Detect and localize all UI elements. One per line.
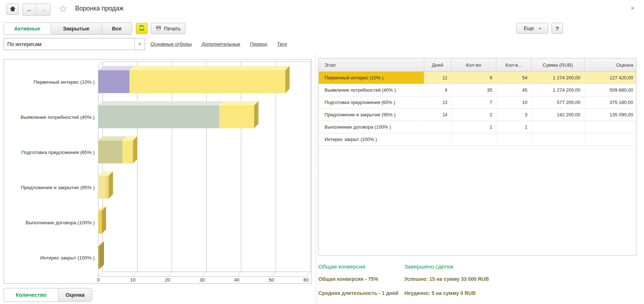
table-cell[interactable]: 12 xyxy=(424,72,451,84)
bar-segment[interactable] xyxy=(129,70,285,93)
bar-side-face[interactable] xyxy=(102,207,106,234)
bar-top-face[interactable] xyxy=(98,101,224,105)
bar-side-face[interactable] xyxy=(254,101,259,128)
table-cell[interactable] xyxy=(584,121,636,133)
filter-link-2[interactable]: Период xyxy=(250,41,267,47)
table-header-row[interactable]: ЭтапДнейКол-воКол-в...Сумма (RUB)Оценка xyxy=(319,58,636,72)
filter-link-1[interactable]: Дополнительные xyxy=(202,41,240,47)
table-cell[interactable]: 127 420,00 xyxy=(584,72,636,84)
table-cell[interactable] xyxy=(496,133,531,146)
table-cell[interactable]: 13 xyxy=(424,96,451,109)
conversion-title: Общая конверсия xyxy=(318,263,365,270)
home-button[interactable] xyxy=(7,4,19,15)
close-icon[interactable]: × xyxy=(631,4,635,12)
tab-active[interactable]: Активные xyxy=(4,23,51,34)
table-cell[interactable] xyxy=(451,133,496,146)
table-row[interactable]: Первичный интерес (10% )129541 274 200,0… xyxy=(319,72,636,84)
x-tick-label: 50 xyxy=(269,277,274,283)
table-cell[interactable]: 9 xyxy=(451,72,496,84)
table-cell[interactable]: 142 200,00 xyxy=(531,109,584,121)
bar-side-face[interactable] xyxy=(285,66,290,93)
table-cell[interactable]: Интерес закрыт (100% ) xyxy=(319,133,424,146)
forward-button[interactable]: → xyxy=(37,4,50,15)
table-cell[interactable]: 375 180,00 xyxy=(584,96,636,109)
table-row[interactable]: Предложение и закрытие (95% )1423142 200… xyxy=(319,109,636,121)
table-cell[interactable]: 14 xyxy=(424,109,451,121)
bar-segment[interactable] xyxy=(98,246,100,269)
table-cell[interactable]: 1 xyxy=(496,121,531,133)
table-cell[interactable] xyxy=(584,133,636,146)
bar-segment[interactable] xyxy=(98,70,129,93)
bar-top-face[interactable] xyxy=(98,136,127,141)
deals-failed: Неудачно: 5 на сумму 0 RUB xyxy=(404,290,476,296)
bar-segment[interactable] xyxy=(123,141,133,163)
table-cell[interactable]: 1 xyxy=(451,121,496,133)
table-cell[interactable]: Предложение и закрытие (95% ) xyxy=(319,109,424,121)
table-cell[interactable]: Выявление потребностей (40% ) xyxy=(319,84,424,96)
tab-estimate[interactable]: Оценка xyxy=(58,288,92,301)
bar-segment[interactable] xyxy=(219,105,254,128)
table-cell[interactable] xyxy=(531,133,584,146)
category-label: Первичный интерес (10% ) xyxy=(33,79,95,85)
table-cell[interactable]: Подготовка предложения (65% ) xyxy=(319,96,424,109)
print-button[interactable]: Печать xyxy=(151,23,185,34)
table-cell[interactable]: 1 274 200,00 xyxy=(531,72,584,84)
table-cell[interactable]: 577 200,00 xyxy=(531,96,584,109)
help-button[interactable]: ? xyxy=(552,23,563,34)
bar-segment[interactable] xyxy=(98,105,219,128)
table-cell[interactable]: 45 xyxy=(496,84,531,96)
conversion-total: Общая конверсия - 75% xyxy=(318,276,378,282)
bar-segment[interactable] xyxy=(98,211,102,234)
bar-side-face[interactable] xyxy=(133,136,137,163)
column-header-5[interactable]: Оценка xyxy=(584,58,636,72)
bar-segment[interactable] xyxy=(98,176,105,199)
bar-side-face[interactable] xyxy=(100,242,104,269)
filter-link-0[interactable]: Основные отборы xyxy=(150,41,192,47)
table-row[interactable]: Выполнение договора (100% )11 xyxy=(319,121,636,133)
column-header-1[interactable]: Дней xyxy=(424,58,451,72)
table-cell[interactable]: 1 274 200,00 xyxy=(531,84,584,96)
table-cell[interactable]: Выполнение договора (100% ) xyxy=(319,121,424,133)
tab-quantity[interactable]: Количество xyxy=(4,288,58,301)
bar-top-face[interactable] xyxy=(219,101,259,105)
table-cell[interactable]: 2 xyxy=(451,109,496,121)
more-button[interactable]: Еще ▾ xyxy=(516,23,548,34)
table-cell[interactable]: 7 xyxy=(451,96,496,109)
table-cell[interactable]: 35 xyxy=(451,84,496,96)
column-header-4[interactable]: Сумма (RUB) xyxy=(531,58,584,72)
bar-segment[interactable] xyxy=(98,141,123,163)
table-cell[interactable]: 54 xyxy=(496,72,531,84)
tab-closed[interactable]: Закрытые xyxy=(51,23,102,34)
table-cell[interactable]: 3 xyxy=(496,109,531,121)
table-cell[interactable]: 10 xyxy=(496,96,531,109)
table-cell[interactable]: 135 090,00 xyxy=(584,109,636,121)
bar-top-face[interactable] xyxy=(129,66,290,70)
funnel-chart[interactable]: 0102030405060Первичный интерес (10% )Выя… xyxy=(4,59,311,283)
column-header-0[interactable]: Этап xyxy=(319,58,424,72)
bar-segment[interactable] xyxy=(105,176,109,199)
back-arrow-icon: ← xyxy=(26,6,33,13)
table-row[interactable]: Интерес закрыт (100% ) xyxy=(319,133,636,146)
back-button[interactable]: ← xyxy=(23,4,37,15)
favorite-star-icon[interactable]: ☆ xyxy=(59,3,67,14)
table-cell[interactable] xyxy=(424,133,451,146)
combo-dropdown-button[interactable]: ▾ xyxy=(135,38,145,50)
column-header-2[interactable]: Кол-во xyxy=(451,58,496,72)
filter-links: Основные отборыДополнительныеПериодТеги xyxy=(150,38,287,50)
table-cell[interactable]: 509 680,00 xyxy=(584,84,636,96)
refresh-button[interactable] xyxy=(136,23,148,34)
table-row[interactable]: Подготовка предложения (65% )13710577 20… xyxy=(319,96,636,109)
tab-all[interactable]: Все xyxy=(102,23,132,34)
filter-link-3[interactable]: Теги xyxy=(277,41,287,47)
table-cell[interactable]: Первичный интерес (10% ) xyxy=(319,72,424,84)
table-cell[interactable] xyxy=(424,121,451,133)
table-cell[interactable]: 9 xyxy=(424,84,451,96)
table-row[interactable]: Выявление потребностей (40% )935451 274 … xyxy=(319,84,636,96)
funnel-kind-select[interactable]: По интересам ▾ xyxy=(4,38,145,50)
stage-table[interactable]: ЭтапДнейКол-воКол-в...Сумма (RUB)Оценка … xyxy=(319,58,636,146)
table-cell[interactable] xyxy=(531,121,584,133)
bar-side-face[interactable] xyxy=(109,171,113,199)
column-header-3[interactable]: Кол-в... xyxy=(496,58,531,72)
panel-splitter[interactable] xyxy=(315,54,317,304)
bar-top-face[interactable] xyxy=(98,66,134,70)
